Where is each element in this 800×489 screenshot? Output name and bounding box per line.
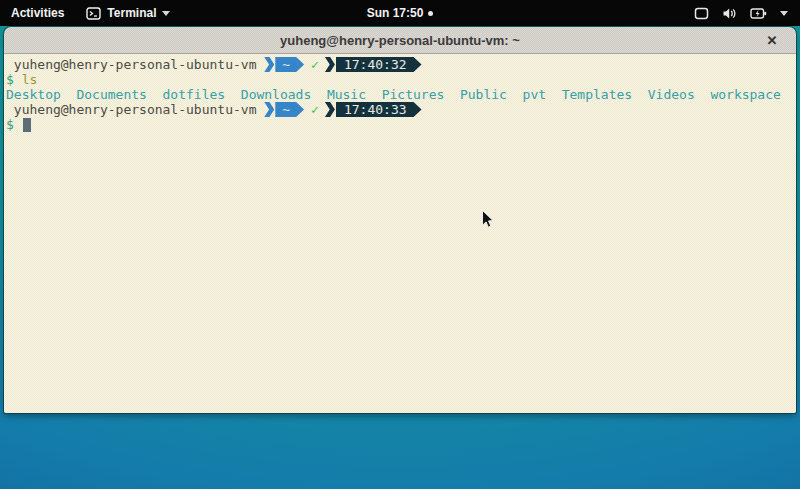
- notification-dot-icon: [428, 11, 433, 16]
- terminal-app-icon: [86, 7, 101, 20]
- directory-listing: Desktop Documents dotfiles Downloads Mus…: [6, 87, 781, 102]
- activities-label: Activities: [11, 6, 64, 20]
- prompt-symbol: $: [6, 117, 22, 132]
- spacer: [256, 102, 264, 117]
- terminal-content[interactable]: yuheng@henry-personal-ubuntu-vm ~ ✓ 17:4…: [4, 54, 796, 413]
- prompt-cwd-segment: ~: [275, 102, 304, 117]
- chevron-down-icon: [162, 11, 170, 16]
- prompt-user-host: yuheng@henry-personal-ubuntu-vm: [6, 102, 256, 117]
- powerline-chevron-icon: [325, 102, 335, 117]
- battery-charging-icon: [750, 7, 767, 20]
- clock-label[interactable]: Sun 17:50: [367, 6, 424, 20]
- status-check-icon: ✓: [311, 102, 319, 117]
- prompt-cwd: ~: [282, 102, 290, 117]
- powerline-chevron-icon: [325, 57, 335, 72]
- terminal-window: yuheng@henry-personal-ubuntu-vm: ~ ✕ yuh…: [4, 27, 796, 413]
- window-title: yuheng@henry-personal-ubuntu-vm: ~: [280, 33, 520, 48]
- prompt-time-segment: 17:40:33: [336, 102, 422, 117]
- app-menu-terminal[interactable]: Terminal: [75, 0, 181, 26]
- app-menu-label: Terminal: [107, 6, 156, 20]
- terminal-block-cursor: [23, 118, 31, 132]
- close-button[interactable]: ✕: [760, 27, 784, 53]
- prompt-line-2: yuheng@henry-personal-ubuntu-vm ~ ✓ 17:4…: [6, 102, 794, 117]
- close-icon: ✕: [767, 33, 778, 48]
- chevron-down-icon: [780, 11, 788, 16]
- ls-output-line: Desktop Documents dotfiles Downloads Mus…: [6, 87, 794, 102]
- window-titlebar[interactable]: yuheng@henry-personal-ubuntu-vm: ~ ✕: [4, 27, 796, 54]
- command-text: ls: [22, 72, 38, 87]
- spacer: [256, 57, 264, 72]
- prompt-line-1: yuheng@henry-personal-ubuntu-vm ~ ✓ 17:4…: [6, 57, 794, 72]
- prompt-user-host: yuheng@henry-personal-ubuntu-vm: [6, 57, 256, 72]
- prompt-time: 17:40:33: [344, 102, 407, 117]
- prompt-time-segment: 17:40:32: [336, 57, 422, 72]
- powerline-chevron-icon: [264, 102, 274, 117]
- activities-button[interactable]: Activities: [0, 0, 75, 26]
- display-icon: [694, 7, 709, 20]
- top-bar: Activities Terminal Sun 17:50: [0, 0, 800, 26]
- volume-icon: [722, 7, 737, 20]
- prompt-cwd-segment: ~: [275, 57, 304, 72]
- prompt-cwd: ~: [282, 57, 290, 72]
- command-line: $ ls: [6, 72, 794, 87]
- powerline-chevron-icon: [264, 57, 274, 72]
- prompt-symbol: $: [6, 72, 22, 87]
- top-bar-left: Activities Terminal: [0, 0, 181, 26]
- status-check-icon: ✓: [311, 57, 319, 72]
- system-status-area[interactable]: [682, 0, 800, 26]
- prompt-time: 17:40:32: [344, 57, 407, 72]
- input-line: $: [6, 117, 794, 132]
